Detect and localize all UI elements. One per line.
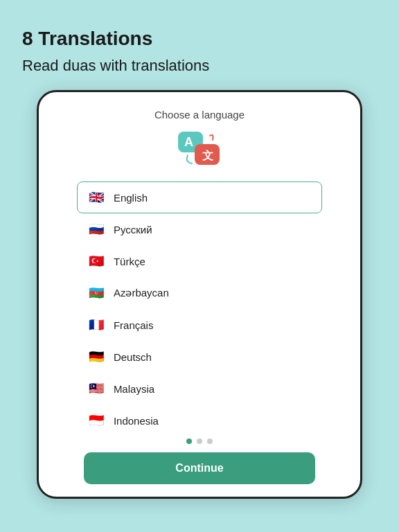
- flag-icon: 🇷🇺: [87, 220, 105, 238]
- flag-icon: 🇬🇧: [87, 188, 105, 206]
- language-item[interactable]: 🇬🇧English: [77, 181, 322, 213]
- language-name: Azərbaycan: [114, 287, 169, 299]
- dots-row: [186, 438, 213, 444]
- language-item[interactable]: 🇫🇷Français: [77, 309, 322, 341]
- language-name: Malaysia: [114, 383, 154, 395]
- language-item[interactable]: 🇷🇺Русский: [77, 213, 322, 245]
- device-content: Choose a language A 文 🇬🇧English🇷🇺Русский…: [39, 92, 360, 432]
- pagination-dot: [207, 438, 213, 444]
- continue-button[interactable]: Continue: [84, 452, 315, 484]
- svg-text:文: 文: [202, 149, 213, 161]
- language-name: Türkçe: [114, 256, 145, 267]
- language-item[interactable]: 🇲🇾Malaysia: [77, 373, 322, 405]
- language-item[interactable]: 🇮🇩Indonesia: [77, 405, 322, 432]
- language-list: 🇬🇧English🇷🇺Русский🇹🇷Türkçe🇦🇿Azərbaycan🇫🇷…: [77, 181, 322, 432]
- language-name: Indonesia: [114, 415, 159, 427]
- flag-icon: 🇹🇷: [87, 252, 105, 270]
- flag-icon: 🇫🇷: [87, 316, 105, 334]
- translation-icon: A 文: [178, 130, 221, 169]
- svg-text:A: A: [184, 135, 193, 149]
- choose-language-label: Choose a language: [154, 109, 245, 121]
- language-name: Français: [114, 319, 154, 331]
- language-name: English: [114, 192, 148, 204]
- language-name: Русский: [114, 224, 152, 236]
- pagination-dot: [186, 438, 192, 444]
- flag-icon: 🇮🇩: [87, 411, 105, 429]
- language-item[interactable]: 🇩🇪Deutsch: [77, 341, 322, 373]
- flag-icon: 🇩🇪: [87, 348, 105, 366]
- flag-icon: 🇲🇾: [87, 380, 105, 398]
- page-title: 8 Translations: [22, 28, 377, 50]
- language-item[interactable]: 🇦🇿Azərbaycan: [77, 277, 322, 309]
- flag-icon: 🇦🇿: [87, 284, 105, 302]
- language-name: Deutsch: [114, 351, 152, 363]
- pagination-dot: [197, 438, 202, 444]
- device-frame: Choose a language A 文 🇬🇧English🇷🇺Русский…: [37, 90, 362, 499]
- page-header: 8 Translations Read duas with translatio…: [0, 0, 399, 86]
- page-subtitle: Read duas with translations: [22, 57, 377, 75]
- language-item[interactable]: 🇹🇷Türkçe: [77, 245, 322, 277]
